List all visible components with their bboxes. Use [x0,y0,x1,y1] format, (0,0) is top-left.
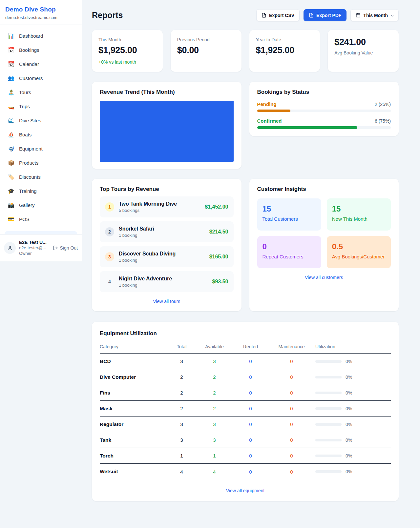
rank-badge: 3 [105,252,114,261]
view-all-equipment-link[interactable]: View all equipment [100,488,391,493]
shop-domain: demo.test.divestreams.com [5,15,76,20]
sidebar-item-gallery[interactable]: 📸 Gallery [3,198,78,212]
sidebar-item-dive-sites[interactable]: 🌊 Dive Sites [3,113,78,128]
sidebar-item-pos[interactable]: 💳 POS [3,212,78,226]
equipment-total: 3 [168,437,196,443]
view-all-tours-link[interactable]: View all tours [100,299,234,304]
sidebar-item-trips[interactable]: 🚤 Trips [3,99,78,113]
equipment-available: 3 [196,421,233,427]
sidebar-item-calendar[interactable]: 📆 Calendar [3,57,78,71]
stat-value: $1,925.00 [98,45,156,55]
view-all-customers-link[interactable]: View all customers [257,275,391,280]
period-dropdown[interactable]: This Month [350,9,399,21]
equipment-total: 4 [168,469,196,475]
sidebar-item-tours[interactable]: 🏝️ Tours [3,85,78,99]
equipment-utilization-cell: 0% [315,422,391,427]
tours-icon: 🏝️ [8,89,14,95]
utilization-track [315,392,342,394]
stats-row: This Month $1,925.00 +0% vs last month P… [92,30,399,72]
gallery-icon: 📸 [8,202,14,208]
insight-tiles: 15 Total Customers 15 New This Month 0 R… [257,198,391,268]
status-label: Confirmed [257,118,282,124]
sidebar-item-label: Discounts [19,174,41,180]
equipment-maintenance: 0 [268,437,315,443]
sidebar-item-customers[interactable]: 👥 Customers [3,71,78,85]
sidebar-item-boats[interactable]: ⛵ Boats [3,128,78,142]
sidebar-item-dashboard[interactable]: 📊 Dashboard [3,29,78,43]
sidebar-item-products[interactable]: 📦 Products [3,156,78,170]
stat-value: $241.00 [334,37,392,47]
equipment-category: Fins [100,390,168,396]
table-row: Mask 2 2 0 0 0% [100,401,391,416]
equipment-available: 2 [196,390,233,396]
tour-amount: $93.50 [212,279,228,285]
equipment-available: 1 [196,453,233,458]
progress-track [257,126,391,129]
stat-label: Previous Period [177,37,235,42]
sidebar-item-label: Equipment [19,146,43,152]
export-csv-label: Export CSV [269,13,294,18]
tile-total-customers: 15 Total Customers [257,198,321,231]
utilization-track [315,407,342,410]
sidebar-item-label: Dive Sites [19,118,41,123]
tile-value: 0 [262,242,316,251]
status-label: Pending [257,101,277,107]
user-meta: E2E Test U... e2e-tester@... Owner [19,239,50,256]
equipment-category: Torch [100,453,168,459]
progress-fill [257,126,358,129]
equipment-rented: 0 [233,469,268,475]
sidebar-item-label: Trips [19,104,30,109]
tour-row[interactable]: 4 Night Dive Adventure 1 booking $93.50 [100,271,234,292]
tile-label: Total Customers [262,216,316,222]
stat-label: This Month [98,37,156,42]
progress-track [257,110,391,112]
sidebar-item-equipment[interactable]: 🤿 Equipment [3,142,78,156]
progress-fill [257,110,291,112]
sidebar-item-training[interactable]: 🎓 Training [3,184,78,198]
utilization-track [315,455,342,457]
equipment-total: 3 [168,421,196,427]
equipment-total: 2 [168,406,196,411]
rank-badge: 2 [105,227,114,236]
tour-row[interactable]: 2 Snorkel Safari 1 booking $214.50 [100,221,234,242]
equipment-total: 2 [168,390,196,396]
sign-out-button[interactable]: Sign Out [53,245,78,251]
sidebar-item-discounts[interactable]: 🏷️ Discounts [3,170,78,184]
tile-value: 15 [262,204,316,213]
equipment-available: 4 [196,469,233,475]
main-content: Reports Export CSV Export PDF This Month [82,0,420,514]
equipment-rented: 0 [233,406,268,411]
equipment-maintenance: 0 [268,374,315,380]
sidebar-item-bookings[interactable]: 📅 Bookings [3,43,78,57]
table-row: Dive Computer 2 2 0 0 0% [100,369,391,385]
sidebar-user-footer: E2E Test U... e2e-tester@... Owner Sign … [0,234,82,261]
stat-card-this-month: This Month $1,925.00 +0% vs last month [92,30,163,72]
equipment-utilization-cell: 0% [315,406,391,411]
column-header: Available [196,344,233,349]
user-email: e2e-tester@... [19,245,50,251]
status-row-pending: Pending 2 (25%) [257,101,391,112]
export-pdf-button[interactable]: Export PDF [304,9,346,21]
utilization-percent: 0% [346,375,352,380]
user-icon [7,245,13,251]
tour-row[interactable]: 1 Two Tank Morning Dive 5 bookings $1,45… [100,196,234,217]
equipment-utilization-cell: 0% [315,375,391,380]
equipment-utilization-cell: 0% [315,469,391,474]
export-csv-button[interactable]: Export CSV [256,9,300,21]
export-pdf-label: Export PDF [316,13,341,18]
equipment-rented: 0 [233,453,268,458]
calendar-icon: 📆 [8,61,14,67]
bookings-by-status-title: Bookings by Status [257,89,391,95]
equipment-category: Tank [100,437,168,443]
equipment-utilization-cell: 0% [315,359,391,364]
sidebar-item-label: Products [19,160,38,166]
stat-label: Year to Date [256,37,314,42]
stat-card-avg-booking-value: $241.00 Avg Booking Value [328,30,399,72]
equipment-maintenance: 0 [268,406,315,411]
equipment-rented: 0 [233,374,268,380]
trips-icon: 🚤 [8,103,14,110]
tour-row[interactable]: 3 Discover Scuba Diving 1 booking $165.0… [100,246,234,267]
sidebar-item-reports-active-peek[interactable] [5,231,77,234]
equipment-utilization-cell: 0% [315,390,391,396]
equipment-category: Dive Computer [100,374,168,380]
